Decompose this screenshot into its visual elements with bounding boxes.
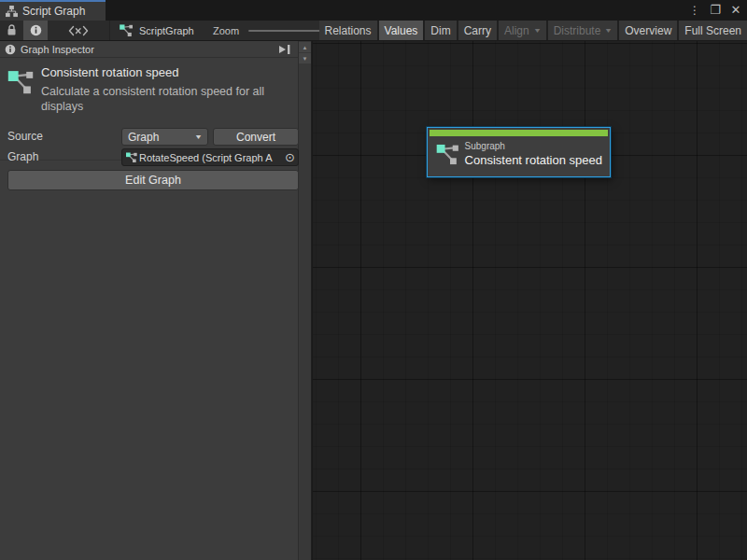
node-type-label: Subgraph [465, 141, 602, 151]
scroll-up-button[interactable]: ▲ [299, 42, 311, 52]
script-graph-icon [126, 152, 137, 162]
code-preview-icon [68, 25, 89, 36]
graph-description: Calculate a consistent rotation speed fo… [41, 84, 291, 114]
toolbar-button-relations[interactable]: Relations [319, 21, 377, 40]
code-preview-button[interactable] [56, 21, 101, 40]
tab-script-graph[interactable]: Script Graph [0, 0, 106, 21]
graph-canvas[interactable]: Subgraph Consistent rotation speed [313, 41, 747, 560]
graph-asset-icon [436, 140, 459, 167]
zoom-label: Zoom [213, 25, 239, 36]
summary-text: Consistent rotation speed Calculate a co… [41, 65, 291, 114]
lock-button[interactable] [0, 21, 22, 40]
button-label: Distribute [554, 24, 601, 37]
info-icon [30, 24, 42, 36]
graph-label: Graph [7, 150, 38, 163]
graph-asset-icon [7, 65, 34, 97]
convert-button[interactable]: Convert [213, 128, 299, 146]
button-label: Align [504, 24, 529, 37]
graph-hierarchy-icon [6, 6, 18, 18]
toolbar-button-values[interactable]: Values [379, 21, 424, 40]
source-dropdown[interactable]: Graph ▼ [121, 128, 208, 146]
info-icon [5, 44, 16, 55]
convert-button-label: Convert [236, 131, 275, 144]
chevron-down-icon: ▼ [194, 133, 203, 140]
node-texts: Subgraph Consistent rotation speed [465, 141, 602, 167]
button-label: Dim [430, 24, 450, 37]
edit-graph-button-label: Edit Graph [125, 174, 181, 187]
toolbar-button-carry[interactable]: Carry [458, 21, 497, 40]
graph-summary: Consistent rotation speed Calculate a co… [0, 58, 299, 121]
toolbar-button-fullscreen[interactable]: Full Screen [679, 21, 747, 40]
graph-title: Consistent rotation speed [41, 65, 291, 79]
button-label: Overview [625, 24, 671, 37]
button-label: Values [385, 24, 418, 37]
edit-graph-button[interactable]: Edit Graph [7, 170, 299, 190]
node-header-bar [430, 130, 608, 136]
toolbar-buttons: Relations Values Dim Carry Align ▼ Distr… [319, 21, 747, 40]
breadcrumb-label: ScriptGraph [139, 25, 194, 36]
chevron-down-icon: ▼ [604, 27, 613, 34]
breadcrumb[interactable]: ScriptGraph [120, 21, 194, 40]
graph-field-row: Graph RotateSpeed (Script Graph A ⊙ [0, 148, 299, 166]
graph-object-field[interactable]: RotateSpeed (Script Graph A ⊙ [121, 148, 299, 166]
dock-panel-button[interactable] [275, 42, 294, 57]
graph-inspector-panel: Graph Inspector ▲ ▼ [0, 41, 312, 560]
inspector-title: Graph Inspector [21, 44, 271, 55]
toolbar-separator [109, 21, 110, 40]
tab-bar: Script Graph ⋮ ❐ ✕ [0, 0, 747, 21]
scroll-up-icon: ▲ [303, 45, 308, 50]
button-label: Full Screen [684, 24, 741, 37]
chevron-down-icon: ▼ [533, 27, 542, 34]
source-dropdown-value: Graph [128, 131, 190, 144]
graph-object-value: RotateSpeed (Script Graph A [139, 152, 284, 163]
inspector-scrollbar[interactable]: ▲ ▼ [298, 41, 311, 560]
script-graph-window: Script Graph ⋮ ❐ ✕ [0, 0, 747, 560]
tab-title: Script Graph [22, 5, 85, 18]
source-label: Source [7, 130, 43, 143]
inspector-toggle-button[interactable] [23, 21, 48, 40]
toolbar-button-overview[interactable]: Overview [619, 21, 677, 40]
node-body: Subgraph Consistent rotation speed [428, 136, 610, 167]
source-field-row: Source Graph ▼ Convert [0, 128, 299, 146]
button-label: Relations [325, 24, 372, 37]
toolbar-button-align[interactable]: Align ▼ [499, 21, 546, 40]
toolbar-button-distribute[interactable]: Distribute ▼ [548, 21, 618, 40]
close-icon[interactable]: ✕ [728, 1, 743, 20]
maximize-icon[interactable]: ❐ [708, 1, 723, 20]
object-picker-icon[interactable]: ⊙ [284, 149, 296, 165]
lock-icon [7, 24, 17, 36]
node-title: Consistent rotation speed [465, 153, 602, 167]
scroll-down-button[interactable]: ▼ [299, 53, 311, 63]
script-graph-icon [120, 24, 134, 36]
dock-right-icon [278, 44, 291, 55]
subgraph-node[interactable]: Subgraph Consistent rotation speed [427, 127, 611, 177]
graph-toolbar: ScriptGraph Zoom 1x Relations Values Dim… [0, 21, 747, 41]
window-controls: ⋮ ❐ ✕ [687, 0, 743, 21]
toolbar-button-dim[interactable]: Dim [425, 21, 456, 40]
window-menu-icon[interactable]: ⋮ [687, 1, 702, 20]
button-label: Carry [464, 24, 491, 37]
scroll-down-icon: ▼ [303, 56, 308, 62]
inspector-header: Graph Inspector [0, 41, 299, 58]
